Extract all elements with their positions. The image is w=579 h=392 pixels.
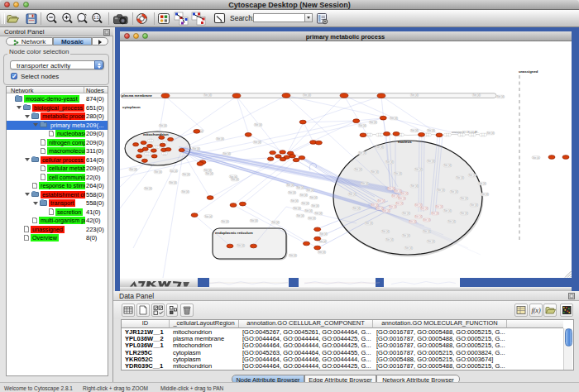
svg-text:Site (d): Site (d) bbox=[288, 191, 295, 194]
svg-text:Site (d): Site (d) bbox=[478, 182, 486, 185]
svg-text:Site (d): Site (d) bbox=[371, 170, 378, 174]
svg-text:Site (d): Site (d) bbox=[254, 123, 261, 127]
svg-text:Site (d): Site (d) bbox=[382, 209, 390, 213]
svg-text:Site (d): Site (d) bbox=[390, 117, 397, 120]
svg-text:Site (d): Site (d) bbox=[460, 197, 467, 200]
svg-text:Site (d): Site (d) bbox=[182, 173, 189, 176]
svg-text:Site (d): Site (d) bbox=[358, 151, 366, 155]
svg-text:Site (d): Site (d) bbox=[348, 193, 356, 196]
svg-text:Site (d): Site (d) bbox=[205, 172, 213, 175]
svg-text:Site (d): Site (d) bbox=[456, 176, 463, 179]
svg-text:Site (d): Site (d) bbox=[409, 220, 416, 223]
svg-text:mitochondrion: mitochondrion bbox=[143, 132, 169, 136]
svg-text:Site (d): Site (d) bbox=[427, 129, 434, 132]
svg-text:Site (d): Site (d) bbox=[290, 199, 298, 203]
svg-text:Site (d): Site (d) bbox=[303, 93, 310, 97]
svg-text:Site (d): Site (d) bbox=[203, 93, 211, 97]
svg-text:Site (d): Site (d) bbox=[532, 156, 539, 160]
svg-text:Site (d): Site (d) bbox=[354, 168, 361, 171]
svg-text:Site (d): Site (d) bbox=[365, 222, 372, 225]
svg-text:Site (d): Site (d) bbox=[443, 164, 451, 167]
svg-text:Site (d): Site (d) bbox=[371, 203, 378, 207]
svg-text:Site (d): Site (d) bbox=[414, 203, 422, 207]
svg-text:Site (d): Site (d) bbox=[308, 217, 315, 220]
svg-text:Site (d): Site (d) bbox=[250, 219, 257, 222]
svg-text:Site (d): Site (d) bbox=[496, 95, 504, 98]
svg-text:Site (d): Site (d) bbox=[381, 230, 389, 233]
svg-text:Site (d): Site (d) bbox=[129, 168, 136, 171]
svg-text:[...]: [...] bbox=[446, 133, 449, 136]
svg-text:Site (d): Site (d) bbox=[369, 121, 376, 124]
svg-text:Site (d): Site (d) bbox=[460, 212, 467, 215]
svg-text:Site (d): Site (d) bbox=[309, 196, 317, 199]
svg-text:Site (d): Site (d) bbox=[472, 93, 480, 97]
svg-text:[...]: [...] bbox=[367, 133, 371, 136]
svg-text:Site (d): Site (d) bbox=[319, 232, 327, 236]
svg-text:Site (d): Site (d) bbox=[231, 178, 238, 181]
svg-text:Site (d): Site (d) bbox=[204, 215, 212, 218]
svg-text:Site (d): Site (d) bbox=[402, 212, 409, 215]
svg-text:Site (d): Site (d) bbox=[286, 184, 294, 187]
svg-text:Site (d): Site (d) bbox=[223, 152, 230, 155]
svg-text:Site (d): Site (d) bbox=[203, 169, 211, 172]
svg-text:[...]: [...] bbox=[378, 133, 381, 136]
svg-text:f(x): f(x) bbox=[531, 307, 540, 314]
svg-text:[..]: [..] bbox=[146, 152, 148, 155]
svg-text:Site (d): Site (d) bbox=[289, 254, 296, 257]
svg-text:[...]: [...] bbox=[481, 133, 485, 136]
svg-text:Site (d): Site (d) bbox=[253, 141, 261, 144]
svg-text:Site (d): Site (d) bbox=[423, 218, 430, 222]
svg-text:Site (d): Site (d) bbox=[414, 168, 422, 171]
svg-text:Site (d): Site (d) bbox=[377, 199, 385, 203]
svg-text:Site (d): Site (d) bbox=[306, 189, 313, 192]
svg-text:Site (d): Site (d) bbox=[427, 240, 434, 243]
svg-text:Site (d): Site (d) bbox=[318, 251, 325, 254]
svg-text:Site (d): Site (d) bbox=[159, 124, 166, 127]
svg-text:Site (d): Site (d) bbox=[144, 187, 151, 190]
svg-text:[..]: [..] bbox=[163, 152, 165, 155]
svg-text:unassigned: unassigned bbox=[519, 69, 538, 74]
svg-text:Site (d): Site (d) bbox=[486, 131, 494, 135]
svg-text:Site (d): Site (d) bbox=[394, 172, 401, 175]
svg-text:Site (d): Site (d) bbox=[404, 246, 412, 250]
svg-text:endoplasmic reticulum: endoplasmic reticulum bbox=[215, 231, 253, 235]
svg-text:Site (d): Site (d) bbox=[361, 182, 368, 185]
svg-text:Site (d): Site (d) bbox=[398, 197, 405, 200]
svg-text:Site (d): Site (d) bbox=[431, 212, 438, 215]
svg-text:nucleus: nucleus bbox=[398, 140, 412, 144]
svg-text:Site (d): Site (d) bbox=[450, 190, 457, 194]
svg-text:Site (d): Site (d) bbox=[443, 209, 451, 213]
svg-text:Site (d): Site (d) bbox=[376, 146, 383, 149]
svg-text:Site (d): Site (d) bbox=[400, 192, 408, 195]
svg-text:Site (d): Site (d) bbox=[293, 207, 300, 210]
svg-text:Site (d): Site (d) bbox=[192, 147, 199, 151]
svg-text:Site (d): Site (d) bbox=[447, 220, 455, 223]
svg-text:Site (d): Site (d) bbox=[299, 194, 307, 197]
svg-text:annotation.GO CELLULAR...: annotation.GO CELLULAR... bbox=[452, 131, 479, 134]
svg-text:plasma membrane: plasma membrane bbox=[122, 93, 152, 98]
svg-text:1:1: 1:1 bbox=[93, 16, 99, 20]
svg-text:Site (d): Site (d) bbox=[423, 230, 430, 233]
svg-text:Site (d): Site (d) bbox=[170, 170, 177, 173]
svg-text:cytoplasm: cytoplasm bbox=[122, 105, 141, 109]
svg-text:Site (d): Site (d) bbox=[385, 160, 393, 164]
svg-text:Site (d): Site (d) bbox=[410, 93, 418, 97]
svg-text:Site (d): Site (d) bbox=[395, 202, 403, 205]
svg-text:Site (d): Site (d) bbox=[154, 170, 161, 174]
svg-text:[...]: [...] bbox=[426, 133, 429, 136]
svg-text:Site (d): Site (d) bbox=[181, 190, 189, 194]
svg-text:Site (d): Site (d) bbox=[402, 234, 409, 237]
svg-text:[..]: [..] bbox=[155, 146, 157, 149]
svg-text:Site (d): Site (d) bbox=[420, 207, 428, 210]
svg-text:Site (d): Site (d) bbox=[414, 215, 422, 218]
svg-text:Site (d): Site (d) bbox=[352, 207, 360, 210]
svg-text:Site (d): Site (d) bbox=[221, 220, 228, 223]
svg-text:Site (d): Site (d) bbox=[389, 205, 396, 208]
svg-text:Site (d): Site (d) bbox=[314, 212, 322, 215]
svg-text:Site (d): Site (d) bbox=[410, 129, 418, 132]
svg-text:Site (d): Site (d) bbox=[468, 174, 476, 177]
svg-text:Site (d): Site (d) bbox=[427, 160, 434, 163]
svg-text:Site (d): Site (d) bbox=[271, 221, 279, 224]
svg-text:Site (d): Site (d) bbox=[311, 204, 318, 208]
svg-text:Site (d): Site (d) bbox=[301, 202, 309, 205]
